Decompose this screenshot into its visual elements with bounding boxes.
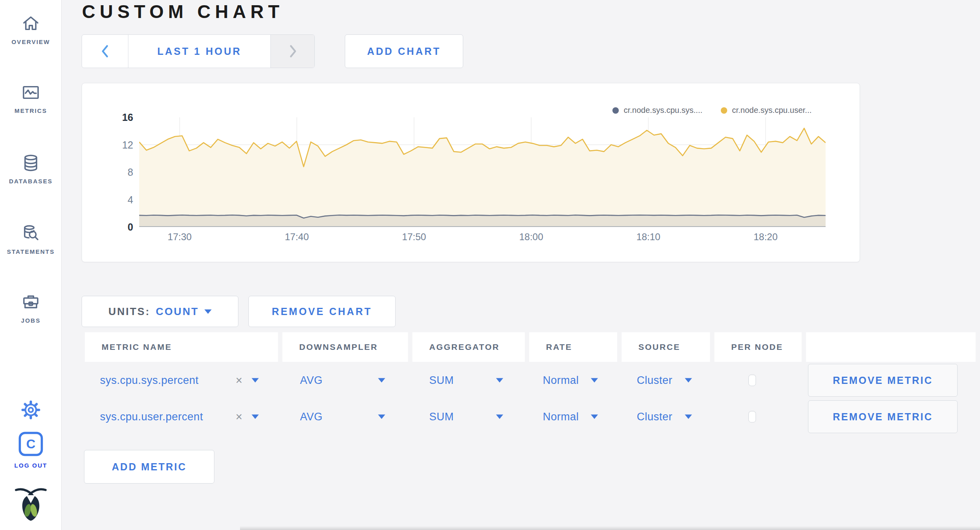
aggregator-caret-icon[interactable] bbox=[496, 415, 503, 419]
rate-select[interactable]: Normal bbox=[543, 374, 579, 387]
y-tick-label: 12 bbox=[105, 139, 133, 151]
time-range-prev-button[interactable] bbox=[82, 35, 128, 68]
legend-entry-user[interactable]: cr.node.sys.cpu.user... bbox=[721, 106, 812, 115]
col-header-per-node: PER NODE bbox=[714, 332, 802, 362]
col-header-downsampler: DOWNSAMPLER bbox=[282, 332, 408, 362]
add-metric-button[interactable]: ADD METRIC bbox=[84, 450, 214, 484]
remove-chart-button[interactable]: REMOVE CHART bbox=[248, 296, 396, 327]
timeseries-chart bbox=[139, 117, 826, 227]
x-tick-label: 18:10 bbox=[622, 231, 674, 243]
sidebar-item-label: OVERVIEW bbox=[0, 38, 62, 45]
sidebar: OVERVIEW METRICS DATABASES bbox=[0, 0, 62, 530]
chart-plot-area[interactable] bbox=[139, 117, 826, 227]
rate-select[interactable]: Normal bbox=[543, 411, 579, 423]
per-node-checkbox[interactable] bbox=[748, 375, 756, 386]
chart-legend: cr.node.sys.cpu.sys.... cr.node.sys.cpu.… bbox=[612, 106, 812, 115]
table-row: sys.cpu.user.percent × AVG SUM Normal Cl… bbox=[0, 400, 980, 433]
col-header-metric-name: METRIC NAME bbox=[85, 332, 278, 362]
units-label: UNITS: bbox=[108, 305, 150, 318]
cockroachdb-logo bbox=[0, 485, 62, 527]
x-tick-label: 17:30 bbox=[154, 231, 206, 243]
logout-label: LOG OUT bbox=[0, 462, 62, 469]
per-node-checkbox[interactable] bbox=[748, 411, 756, 423]
remove-metric-button[interactable]: REMOVE METRIC bbox=[808, 400, 958, 433]
metric-dropdown-caret-icon[interactable] bbox=[252, 415, 259, 419]
x-tick-label: 18:00 bbox=[505, 231, 557, 243]
downsampler-caret-icon[interactable] bbox=[378, 378, 385, 383]
sidebar-item-metrics[interactable]: METRICS bbox=[0, 83, 62, 114]
aggregator-caret-icon[interactable] bbox=[496, 378, 503, 383]
y-tick-label: 4 bbox=[105, 194, 133, 206]
remove-metric-button[interactable]: REMOVE METRIC bbox=[808, 364, 958, 397]
downsampler-select[interactable]: AVG bbox=[300, 374, 323, 387]
clear-metric-icon[interactable]: × bbox=[236, 410, 242, 424]
sidebar-item-jobs[interactable]: JOBS bbox=[0, 293, 62, 324]
col-header-source: SOURCE bbox=[622, 332, 710, 362]
downsampler-caret-icon[interactable] bbox=[378, 415, 385, 419]
sidebar-item-databases[interactable]: DATABASES bbox=[0, 154, 62, 185]
metric-name-value[interactable]: sys.cpu.sys.percent bbox=[100, 374, 199, 387]
time-range-label[interactable]: LAST 1 HOUR bbox=[128, 35, 270, 68]
legend-entry-sys[interactable]: cr.node.sys.cpu.sys.... bbox=[612, 106, 702, 115]
add-chart-button[interactable]: ADD CHART bbox=[345, 34, 463, 68]
table-row: sys.cpu.sys.percent × AVG SUM Normal Clu… bbox=[0, 364, 980, 397]
aggregator-select[interactable]: SUM bbox=[429, 411, 454, 423]
x-tick-label: 17:40 bbox=[271, 231, 323, 243]
legend-dot-sys bbox=[612, 107, 619, 114]
page-title: CUSTOM CHART bbox=[82, 1, 284, 22]
chevron-right-icon bbox=[288, 44, 298, 58]
legend-dot-user bbox=[721, 107, 727, 114]
gear-icon bbox=[0, 400, 62, 421]
chevron-left-icon bbox=[100, 44, 110, 58]
metric-name-value[interactable]: sys.cpu.user.percent bbox=[100, 411, 203, 423]
sidebar-item-overview[interactable]: OVERVIEW bbox=[0, 14, 62, 45]
sidebar-item-label: DATABASES bbox=[0, 178, 62, 185]
rate-caret-icon[interactable] bbox=[591, 415, 598, 419]
col-header-aggregator: AGGREGATOR bbox=[412, 332, 525, 362]
source-select[interactable]: Cluster bbox=[637, 374, 672, 387]
metric-dropdown-caret-icon[interactable] bbox=[252, 378, 259, 383]
y-tick-label: 8 bbox=[105, 166, 133, 178]
col-header-actions bbox=[806, 332, 976, 362]
chevron-down-icon bbox=[204, 309, 212, 314]
home-icon bbox=[0, 14, 62, 34]
legend-label: cr.node.sys.cpu.user... bbox=[732, 106, 812, 115]
rate-caret-icon[interactable] bbox=[591, 378, 598, 383]
database-icon bbox=[0, 154, 62, 174]
cockroach-bug-icon bbox=[0, 485, 62, 523]
chart-panel: cr.node.sys.cpu.sys.... cr.node.sys.cpu.… bbox=[82, 83, 860, 262]
y-tick-label: 16 bbox=[105, 111, 133, 123]
x-tick-label: 17:50 bbox=[388, 231, 440, 243]
aggregator-select[interactable]: SUM bbox=[429, 374, 454, 387]
settings-button[interactable] bbox=[0, 400, 62, 425]
sidebar-item-statements[interactable]: STATEMENTS bbox=[0, 224, 62, 255]
sidebar-item-label: METRICS bbox=[0, 107, 62, 114]
source-caret-icon[interactable] bbox=[685, 378, 692, 383]
jobs-icon bbox=[0, 293, 62, 313]
units-dropdown[interactable]: UNITS: COUNT bbox=[82, 296, 238, 327]
y-tick-label: 0 bbox=[105, 221, 133, 233]
clear-metric-icon[interactable]: × bbox=[236, 374, 242, 387]
metrics-icon bbox=[0, 83, 62, 103]
x-tick-label: 18:20 bbox=[740, 231, 792, 243]
svg-text:C: C bbox=[26, 437, 35, 451]
units-value: COUNT bbox=[156, 305, 199, 318]
scroll-shadow bbox=[240, 526, 980, 530]
legend-label: cr.node.sys.cpu.sys.... bbox=[624, 106, 702, 115]
downsampler-select[interactable]: AVG bbox=[300, 411, 323, 423]
time-range-next-button[interactable] bbox=[270, 35, 314, 68]
statements-icon bbox=[0, 224, 62, 244]
col-header-rate: RATE bbox=[529, 332, 617, 362]
time-range-selector: LAST 1 HOUR bbox=[82, 34, 315, 68]
logout-button[interactable]: C LOG OUT bbox=[0, 432, 62, 469]
source-caret-icon[interactable] bbox=[685, 415, 692, 419]
sidebar-item-label: STATEMENTS bbox=[0, 248, 62, 255]
sidebar-item-label: JOBS bbox=[0, 317, 62, 324]
source-select[interactable]: Cluster bbox=[637, 411, 672, 423]
cockroach-c-icon: C bbox=[0, 432, 62, 458]
